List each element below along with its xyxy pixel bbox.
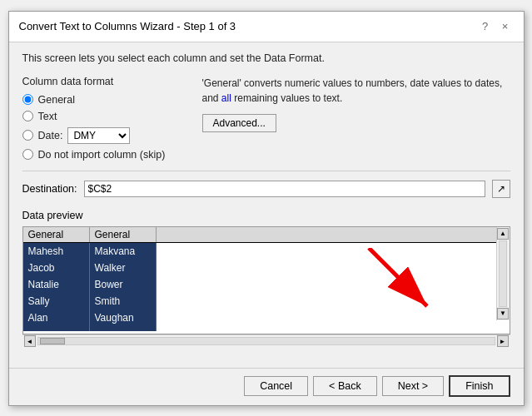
finish-button[interactable]: Finish <box>449 375 510 397</box>
main-section: Column data format General Text Date: <box>22 76 510 161</box>
preview-scrollbar-h[interactable]: ◄ ► <box>22 334 510 348</box>
scroll-thumb-h <box>40 338 65 344</box>
preview-col-header-0: General <box>23 227 90 242</box>
scroll-track-v <box>499 240 507 307</box>
radio-general-label[interactable]: General <box>38 94 75 106</box>
title-bar: Convert Text to Columns Wizard - Step 1 … <box>9 12 524 42</box>
cell-0-1: Makvana <box>90 243 156 260</box>
button-row: Cancel < Back Next > Finish <box>9 368 524 405</box>
description-text: This screen lets you select each column … <box>22 52 510 64</box>
dialog-title: Convert Text to Columns Wizard - Step 1 … <box>19 20 236 32</box>
radio-general-row: General <box>22 94 189 106</box>
destination-label: Destination: <box>22 183 77 195</box>
cell-1-1: Walker <box>90 260 156 276</box>
cell-1-0: Jacob <box>23 260 89 276</box>
data-preview-label: Data preview <box>22 210 510 221</box>
preview-body: Mahesh Jacob Natalie Sally Alan Makvana … <box>23 243 510 331</box>
next-button[interactable]: Next > <box>382 376 444 396</box>
scroll-track-h <box>37 337 495 345</box>
data-preview-section: Data preview General General Mahesh Jaco… <box>22 210 510 348</box>
preview-col-1: Makvana Walker Bower Smith Vaughan <box>90 243 157 331</box>
dialog-content: This screen lets you select each column … <box>9 42 524 368</box>
scroll-up-arrow[interactable]: ▲ <box>497 228 509 240</box>
date-select[interactable]: DMY MDY YMD <box>67 127 130 144</box>
dialog-window: Convert Text to Columns Wizard - Step 1 … <box>8 11 525 406</box>
cell-3-1: Smith <box>90 293 156 310</box>
cell-2-1: Bower <box>90 276 156 293</box>
cell-4-1: Vaughan <box>90 310 156 326</box>
preview-col-0: Mahesh Jacob Natalie Sally Alan <box>23 243 90 331</box>
back-button[interactable]: < Back <box>313 376 377 396</box>
preview-col-header-1: General <box>90 227 157 242</box>
preview-scrollbar-v[interactable]: ▲ ▼ <box>496 227 510 320</box>
cell-3-0: Sally <box>23 293 89 310</box>
general-description: 'General' converts numeric values to num… <box>202 76 510 106</box>
radio-group: General Text Date: DMY MDY YMD <box>22 94 189 161</box>
radio-skip[interactable] <box>22 149 33 160</box>
cell-4-0: Alan <box>23 310 89 326</box>
radio-skip-label[interactable]: Do not import column (skip) <box>38 149 166 161</box>
cell-0-0: Mahesh <box>23 243 89 260</box>
cancel-button[interactable]: Cancel <box>244 376 308 396</box>
radio-general[interactable] <box>22 94 33 105</box>
preview-wrapper: General General Mahesh Jacob Natalie Sal… <box>22 226 510 348</box>
help-button[interactable]: ? <box>477 18 494 35</box>
radio-text-row: Text <box>22 111 189 122</box>
destination-input[interactable] <box>84 181 485 197</box>
radio-text[interactable] <box>22 111 33 121</box>
cell-2-0: Natalie <box>23 276 89 293</box>
radio-skip-row: Do not import column (skip) <box>22 149 189 161</box>
destination-row: Destination: ↗ <box>22 171 510 198</box>
radio-text-label[interactable]: Text <box>38 111 57 122</box>
scroll-right-arrow[interactable]: ► <box>497 335 509 347</box>
preview-header: General General <box>23 227 510 243</box>
collapse-button[interactable]: ↗ <box>492 180 510 198</box>
radio-date-row: Date: DMY MDY YMD <box>22 127 189 144</box>
column-format-label: Column data format <box>22 76 189 87</box>
scroll-down-arrow[interactable]: ▼ <box>497 308 509 319</box>
preview-container: General General Mahesh Jacob Natalie Sal… <box>22 226 510 334</box>
preview-col-empty <box>157 243 510 331</box>
radio-date[interactable] <box>22 130 33 141</box>
general-desc-highlight: all <box>221 92 231 104</box>
right-panel: 'General' converts numeric values to num… <box>202 76 510 161</box>
radio-date-label[interactable]: Date: <box>38 130 63 141</box>
general-desc-after: remaining values to text. <box>231 92 342 104</box>
title-bar-buttons: ? × <box>477 18 514 35</box>
close-button[interactable]: × <box>497 18 514 35</box>
scroll-left-arrow[interactable]: ◄ <box>24 335 36 347</box>
left-panel: Column data format General Text Date: <box>22 76 189 161</box>
advanced-button[interactable]: Advanced... <box>202 114 276 132</box>
